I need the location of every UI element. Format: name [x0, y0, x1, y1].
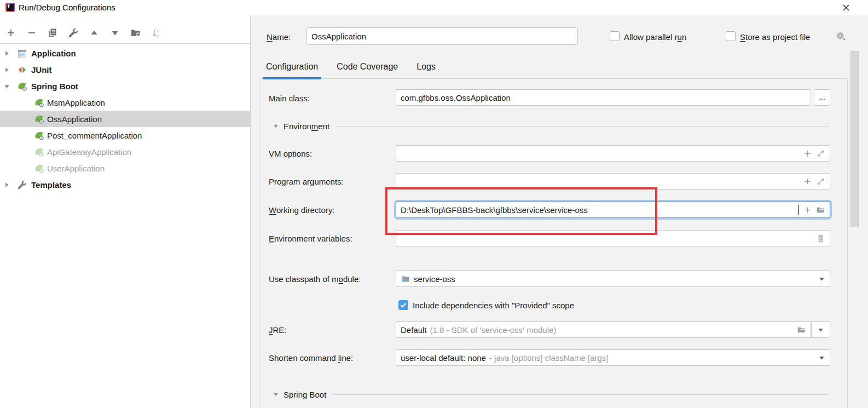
environment-variables-field[interactable] — [396, 230, 830, 246]
module-icon — [401, 274, 410, 284]
dialog-titlebar: Run/Debug Configurations — [0, 0, 868, 15]
intellij-logo-icon — [5, 3, 15, 12]
spring-boot-icon — [17, 81, 27, 91]
allow-parallel-run-label: Allow parallel run — [624, 32, 686, 42]
tree-item-msmapplication[interactable]: MsmApplication — [0, 94, 250, 111]
configuration-tab-content: Main class: ... Environment VM options: … — [259, 78, 848, 408]
allow-parallel-run-checkbox[interactable] — [610, 31, 620, 41]
store-as-project-file-checkbox[interactable] — [726, 31, 736, 41]
chevron-right-icon[interactable] — [3, 49, 11, 57]
chevron-down-icon[interactable] — [818, 276, 825, 282]
expand-editor-icon[interactable] — [815, 148, 825, 158]
tree-item-label: JUnit — [31, 65, 52, 74]
store-as-project-file-label: Store as project file — [740, 32, 810, 42]
application-icon — [17, 48, 27, 59]
environment-section-label: Environment — [283, 122, 329, 131]
browse-folder-icon[interactable] — [815, 205, 825, 215]
classpath-module-label: Use classpath of module: — [269, 274, 361, 284]
environment-section-header[interactable]: Environment — [273, 120, 829, 131]
spring-boot-section-header[interactable]: Spring Boot — [273, 389, 829, 400]
chevron-down-icon — [817, 327, 825, 333]
add-icon[interactable] — [802, 176, 812, 186]
configuration-editor: Name: Allow parallel run Store as projec… — [251, 15, 868, 408]
chevron-right-icon[interactable] — [3, 66, 11, 73]
tab-configuration[interactable]: Configuration — [265, 59, 319, 79]
main-class-input[interactable] — [401, 90, 806, 105]
shorten-command-line-dropdown[interactable]: user-local default: none - java [options… — [396, 349, 830, 366]
spring-boot-icon — [34, 163, 44, 174]
section-divider — [336, 126, 829, 127]
edit-templates-icon[interactable] — [67, 27, 79, 38]
provided-scope-row: Include dependencies with "Provided" sco… — [398, 300, 574, 310]
gear-icon[interactable] — [835, 31, 847, 43]
add-icon[interactable] — [802, 205, 812, 215]
tree-item-userapplication[interactable]: UserApplication — [0, 160, 250, 176]
section-divider — [333, 394, 829, 395]
environment-variables-input[interactable] — [401, 231, 812, 246]
junit-icon — [17, 65, 27, 75]
jre-combobox[interactable]: Default (1.8 - SDK of 'service-oss' modu… — [396, 321, 811, 338]
chevron-down-icon — [273, 123, 279, 129]
remove-configuration-icon[interactable] — [26, 27, 37, 38]
tree-item-spring-boot[interactable]: Spring Boot — [0, 78, 250, 94]
new-folder-icon[interactable] — [130, 27, 141, 38]
configurations-toolbar: az — [0, 15, 250, 44]
move-up-icon[interactable] — [88, 27, 100, 38]
tree-item-apigatewayapplication[interactable]: ApiGatewayApplication — [0, 143, 250, 160]
browse-variables-icon[interactable] — [815, 233, 825, 243]
chevron-right-icon[interactable] — [3, 181, 11, 188]
shorten-value: user-local default: none — [401, 353, 486, 363]
jre-hint: (1.8 - SDK of 'service-oss' module) — [430, 325, 793, 335]
add-configuration-icon[interactable] — [5, 27, 16, 38]
add-icon[interactable] — [802, 148, 812, 158]
copy-configuration-icon[interactable] — [47, 27, 58, 38]
jre-label: JRE: — [269, 325, 287, 335]
chevron-down-icon[interactable] — [3, 82, 11, 90]
editor-tabs: Configuration Code Coverage Logs — [265, 59, 437, 79]
provided-scope-checkbox[interactable] — [398, 300, 408, 310]
program-arguments-label: Program arguments: — [269, 177, 344, 186]
classpath-module-value: service-oss — [414, 274, 814, 284]
tree-item-post-commentapplication[interactable]: Post_commentApplication — [0, 127, 250, 143]
tree-item-label: OssApplication — [47, 114, 102, 124]
tree-item-templates[interactable]: Templates — [0, 176, 250, 193]
main-class-field[interactable] — [396, 89, 811, 106]
sort-alphabetically-icon[interactable]: az — [151, 27, 162, 38]
svg-text:z: z — [157, 33, 159, 38]
tree-item-ossapplication[interactable]: OssApplication — [0, 111, 250, 127]
vertical-scrollbar-thumb[interactable] — [850, 51, 859, 227]
spring-boot-section-label: Spring Boot — [283, 390, 326, 399]
jre-value: Default — [401, 325, 427, 335]
working-directory-value[interactable]: D:\DeskTop\GFBBS-back\gfbbs\service\serv… — [401, 205, 795, 215]
vm-options-label: VM options: — [269, 149, 312, 158]
name-label: Name: — [267, 32, 291, 42]
main-class-browse-button[interactable]: ... — [814, 89, 830, 106]
vm-options-input[interactable] — [401, 146, 799, 161]
tab-code-coverage[interactable]: Code Coverage — [335, 59, 399, 79]
program-arguments-field[interactable] — [396, 173, 830, 189]
tree-item-junit[interactable]: JUnit — [0, 61, 250, 78]
name-input[interactable] — [311, 28, 573, 44]
program-arguments-input[interactable] — [401, 174, 799, 189]
shorten-command-line-label: Shorten command line: — [269, 353, 353, 363]
tree-item-label: UserApplication — [47, 164, 105, 173]
tab-logs[interactable]: Logs — [415, 59, 437, 79]
close-icon[interactable] — [841, 2, 852, 13]
shorten-hint: - java [options] className [args] — [489, 353, 814, 363]
classpath-module-dropdown[interactable]: service-oss — [396, 271, 830, 287]
vm-options-field[interactable] — [396, 145, 830, 162]
tree-item-label: ApiGatewayApplication — [47, 147, 131, 157]
name-field[interactable] — [306, 27, 578, 45]
jre-dropdown-button[interactable] — [811, 321, 830, 338]
tree-item-application[interactable]: Application — [0, 45, 250, 61]
browse-folder-icon[interactable] — [796, 325, 806, 335]
working-directory-field[interactable]: D:\DeskTop\GFBBS-back\gfbbs\service\serv… — [396, 202, 830, 218]
move-down-icon[interactable] — [109, 27, 120, 38]
dialog-title: Run/Debug Configurations — [19, 0, 115, 15]
tree-item-label: Application — [31, 49, 76, 58]
expand-editor-icon[interactable] — [815, 176, 825, 186]
configurations-panel: az ApplicationJUnitSpring BootMsmApplica… — [0, 15, 251, 408]
provided-scope-label: Include dependencies with "Provided" sco… — [413, 301, 574, 310]
chevron-down-icon[interactable] — [818, 355, 825, 361]
config-tree: ApplicationJUnitSpring BootMsmApplicatio… — [0, 45, 250, 408]
